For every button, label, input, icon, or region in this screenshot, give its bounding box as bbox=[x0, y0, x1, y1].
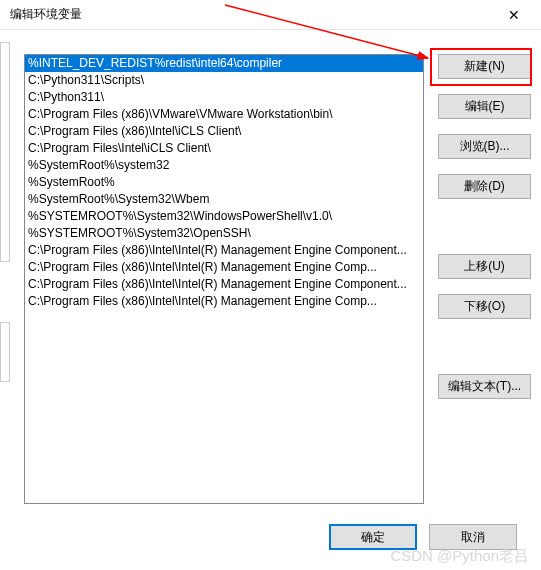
list-item[interactable]: C:\Python311\Scripts\ bbox=[25, 72, 423, 89]
list-item[interactable]: C:\Program Files (x86)\Intel\iCLS Client… bbox=[25, 123, 423, 140]
dialog-content: %INTEL_DEV_REDIST%redist\intel64\compile… bbox=[0, 30, 541, 570]
button-column: 新建(N) 编辑(E) 浏览(B)... 删除(D) 上移(U) 下移(O) 编… bbox=[438, 54, 531, 399]
browse-button[interactable]: 浏览(B)... bbox=[438, 134, 531, 159]
list-item[interactable]: %SystemRoot%\system32 bbox=[25, 157, 423, 174]
window-title: 编辑环境变量 bbox=[10, 6, 82, 23]
list-item[interactable]: C:\Program Files (x86)\Intel\Intel(R) Ma… bbox=[25, 259, 423, 276]
list-item[interactable]: C:\Program Files\Intel\iCLS Client\ bbox=[25, 140, 423, 157]
cancel-button[interactable]: 取消 bbox=[429, 524, 517, 550]
list-item[interactable]: C:\Python311\ bbox=[25, 89, 423, 106]
edit-text-button[interactable]: 编辑文本(T)... bbox=[438, 374, 531, 399]
list-item[interactable]: C:\Program Files (x86)\Intel\Intel(R) Ma… bbox=[25, 242, 423, 259]
close-button[interactable]: ✕ bbox=[497, 1, 531, 29]
list-item[interactable]: C:\Program Files (x86)\Intel\Intel(R) Ma… bbox=[25, 293, 423, 310]
list-item[interactable]: %SystemRoot% bbox=[25, 174, 423, 191]
list-item[interactable]: %SystemRoot%\System32\Wbem bbox=[25, 191, 423, 208]
dialog-buttons: 确定 取消 bbox=[329, 524, 517, 550]
list-item[interactable]: %SYSTEMROOT%\System32\WindowsPowerShell\… bbox=[25, 208, 423, 225]
list-item[interactable]: %INTEL_DEV_REDIST%redist\intel64\compile… bbox=[25, 55, 423, 72]
delete-button[interactable]: 删除(D) bbox=[438, 174, 531, 199]
titlebar: 编辑环境变量 ✕ bbox=[0, 0, 541, 30]
path-listbox[interactable]: %INTEL_DEV_REDIST%redist\intel64\compile… bbox=[24, 54, 424, 504]
move-down-button[interactable]: 下移(O) bbox=[438, 294, 531, 319]
ok-button[interactable]: 确定 bbox=[329, 524, 417, 550]
edit-button[interactable]: 编辑(E) bbox=[438, 94, 531, 119]
list-item[interactable]: C:\Program Files (x86)\Intel\Intel(R) Ma… bbox=[25, 276, 423, 293]
move-up-button[interactable]: 上移(U) bbox=[438, 254, 531, 279]
new-button[interactable]: 新建(N) bbox=[438, 54, 531, 79]
list-item[interactable]: %SYSTEMROOT%\System32\OpenSSH\ bbox=[25, 225, 423, 242]
list-item[interactable]: C:\Program Files (x86)\VMware\VMware Wor… bbox=[25, 106, 423, 123]
close-icon: ✕ bbox=[508, 7, 520, 23]
